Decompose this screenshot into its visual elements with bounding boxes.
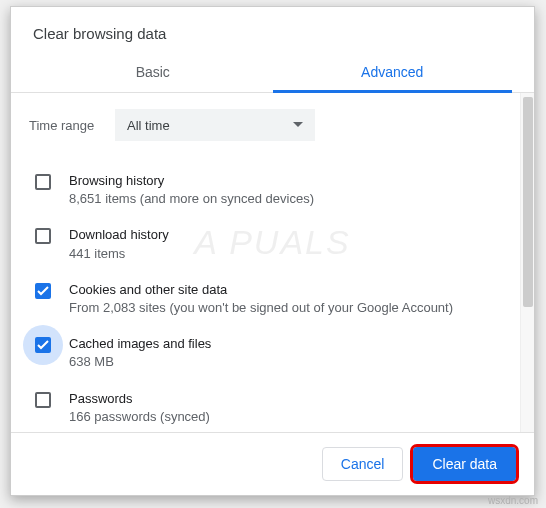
row-sub: 8,651 items (and more on synced devices) <box>69 190 496 208</box>
chevron-down-icon <box>293 122 303 128</box>
row-title: Browsing history <box>69 172 496 190</box>
tab-advanced[interactable]: Advanced <box>273 52 513 92</box>
time-range-label: Time range <box>29 118 115 133</box>
time-range-value: All time <box>127 118 170 133</box>
row-passwords[interactable]: Passwords 166 passwords (synced) <box>29 381 502 433</box>
dialog-content: A PUALS Time range All time Browsing his… <box>11 93 520 432</box>
checkbox-cached[interactable] <box>35 337 51 353</box>
row-text: Passwords 166 passwords (synced) <box>69 390 496 426</box>
scrollbar-thumb[interactable] <box>523 97 533 307</box>
checkmark-icon <box>37 340 49 350</box>
content-wrap: A PUALS Time range All time Browsing his… <box>11 93 534 432</box>
row-sub: From 2,083 sites (you won't be signed ou… <box>69 299 496 317</box>
watermark-site: wsxdn.com <box>488 495 538 506</box>
row-title: Download history <box>69 226 496 244</box>
checkbox-passwords[interactable] <box>35 392 51 408</box>
row-title: Passwords <box>69 390 496 408</box>
row-download-history[interactable]: Download history 441 items <box>29 217 502 271</box>
row-text: Download history 441 items <box>69 226 496 262</box>
clear-data-button[interactable]: Clear data <box>413 447 516 481</box>
row-title: Cookies and other site data <box>69 281 496 299</box>
dialog-title: Clear browsing data <box>33 25 512 42</box>
time-range-select[interactable]: All time <box>115 109 315 141</box>
row-text: Browsing history 8,651 items (and more o… <box>69 172 496 208</box>
checklist: Browsing history 8,651 items (and more o… <box>29 163 502 432</box>
checkbox-browsing-history[interactable] <box>35 174 51 190</box>
time-range-row: Time range All time <box>29 109 502 141</box>
scrollbar[interactable] <box>520 93 534 432</box>
cancel-button[interactable]: Cancel <box>322 447 404 481</box>
row-text: Cached images and files 638 MB <box>69 335 496 371</box>
row-title: Cached images and files <box>69 335 496 353</box>
row-browsing-history[interactable]: Browsing history 8,651 items (and more o… <box>29 163 502 217</box>
row-sub: 441 items <box>69 245 496 263</box>
checkbox-cookies[interactable] <box>35 283 51 299</box>
dialog-footer: Cancel Clear data <box>11 432 534 495</box>
checkbox-download-history[interactable] <box>35 228 51 244</box>
row-sub: 166 passwords (synced) <box>69 408 496 426</box>
tab-bar: Basic Advanced <box>11 52 534 93</box>
row-cookies[interactable]: Cookies and other site data From 2,083 s… <box>29 272 502 326</box>
dialog-header: Clear browsing data <box>11 7 534 52</box>
checkmark-icon <box>37 286 49 296</box>
tab-basic[interactable]: Basic <box>33 52 273 92</box>
row-cached[interactable]: Cached images and files 638 MB <box>29 326 502 380</box>
row-sub: 638 MB <box>69 353 496 371</box>
row-text: Cookies and other site data From 2,083 s… <box>69 281 496 317</box>
clear-browsing-data-dialog: Clear browsing data Basic Advanced A PUA… <box>10 6 535 496</box>
